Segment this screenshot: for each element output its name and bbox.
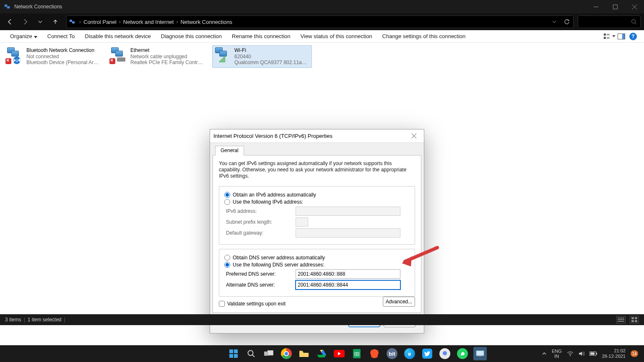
adapter-name: Bluetooth Network Connection [26, 47, 101, 54]
preview-pane-button[interactable] [615, 34, 627, 39]
taskbar-app-twitter[interactable] [421, 347, 434, 360]
svg-rect-15 [607, 38, 610, 39]
svg-rect-13 [604, 37, 606, 39]
svg-line-28 [252, 355, 254, 357]
taskbar-app-sheets[interactable] [350, 347, 364, 360]
command-item[interactable]: Disable this network device [80, 33, 156, 39]
taskbar-app-youtube[interactable] [332, 347, 346, 360]
chat-icon [439, 348, 450, 359]
svg-point-8 [632, 20, 636, 23]
history-dropdown-button[interactable] [34, 15, 47, 28]
whatsapp-icon [457, 348, 468, 359]
breadcrumb-item[interactable]: Network Connections [179, 19, 234, 25]
dialog-tabstrip: General [213, 145, 421, 155]
taskbar-app-brave[interactable] [368, 347, 381, 360]
subnet-prefix-input [296, 217, 308, 227]
tab-general[interactable]: General [215, 146, 244, 155]
start-button[interactable] [227, 347, 240, 360]
svg-rect-20 [618, 318, 624, 318]
refresh-button[interactable] [561, 19, 573, 25]
task-view-button[interactable] [262, 347, 275, 360]
battery-tray-icon[interactable] [589, 352, 597, 356]
adapter-status: Network cable unplugged [130, 54, 205, 60]
error-icon [5, 58, 11, 64]
window-titlebar: Network Connections [0, 0, 644, 13]
command-item[interactable]: Connect To [42, 33, 80, 39]
youtube-icon [334, 350, 345, 357]
view-details-button[interactable] [616, 316, 626, 323]
breadcrumb-item[interactable]: Control Panel [82, 19, 118, 25]
content-area: �ú� Bluetooth Network Connection Not con… [0, 43, 644, 318]
ipv6-properties-dialog: Internet Protocol Version 6 (TCP/IPv6) P… [210, 129, 424, 334]
taskbar-app-explorer[interactable] [297, 347, 311, 360]
address-dropdown-button[interactable] [548, 20, 561, 24]
command-item[interactable]: View status of this connection [296, 33, 377, 39]
radio-ip-auto[interactable]: Obtain an IPv6 address automatically [224, 192, 410, 198]
wifi-signal-icon [219, 56, 225, 62]
default-gateway-input [296, 228, 400, 238]
chrome-icon [281, 348, 292, 359]
help-button[interactable]: ? [627, 33, 639, 40]
svg-rect-25 [631, 320, 634, 322]
search-input[interactable] [578, 16, 641, 28]
close-button[interactable] [625, 0, 644, 13]
radio-ip-manual[interactable]: Use the following IPv6 address: [224, 199, 410, 205]
task-view-icon [264, 350, 273, 357]
notification-badge[interactable]: 14 [631, 350, 638, 357]
ip-address-group: Obtain an IPv6 address automatically Use… [219, 186, 415, 245]
adapter-item-wifi[interactable]: Wi-Fi 620440 Qualcomm QCA9377 802.11ac W… [212, 45, 312, 68]
command-item[interactable]: Rename this connection [227, 33, 295, 39]
search-icon [247, 349, 255, 358]
dialog-close-button[interactable] [407, 129, 421, 143]
twitter-icon [422, 349, 432, 359]
taskbar-app-control-panel[interactable] [473, 347, 487, 360]
adapter-status: Not connected [26, 54, 101, 60]
forward-button[interactable] [18, 15, 32, 28]
up-button[interactable] [49, 15, 62, 28]
taskbar-app-whatsapp[interactable] [456, 347, 469, 360]
taskbar-app-edge[interactable]: e [403, 347, 416, 360]
adapter-status: 620440 [234, 54, 309, 60]
wifi-tray-icon[interactable] [567, 351, 574, 356]
adapter-item-bluetooth[interactable]: �ú� Bluetooth Network Connection Not con… [4, 45, 104, 68]
advanced-button[interactable]: Advanced... [383, 297, 415, 307]
back-button[interactable] [3, 15, 17, 28]
volume-tray-icon[interactable] [579, 351, 584, 356]
preferred-dns-input[interactable] [296, 269, 400, 279]
svg-rect-43 [590, 352, 595, 355]
radio-dns-auto[interactable]: Obtain DNS server address automatically [224, 255, 410, 261]
view-large-button[interactable] [630, 316, 639, 323]
language-indicator[interactable]: ENGIN [552, 349, 562, 359]
drive-icon [317, 349, 326, 358]
adapter-desc: Realtek PCIe FE Family Controller [130, 59, 205, 66]
taskbar-app-bit[interactable]: bit [385, 347, 399, 360]
command-item[interactable]: Diagnose this connection [156, 33, 227, 39]
clock[interactable]: 21:0228-12-2021 [602, 348, 626, 359]
breadcrumb-item[interactable]: Network and Internet [122, 19, 176, 25]
svg-rect-7 [72, 21, 75, 23]
alternate-dns-input[interactable] [296, 280, 400, 290]
adapter-desc: Bluetooth Device (Personal Area ... [26, 59, 101, 66]
adapter-icon [111, 47, 128, 66]
maximize-button[interactable] [605, 0, 625, 13]
adapter-item-ethernet[interactable]: Ethernet Network cable unplugged Realtek… [108, 45, 208, 68]
radio-dns-manual[interactable]: Use the following DNS server addresses: [224, 262, 410, 268]
taskbar-app-messages[interactable] [438, 347, 452, 360]
chevron-down-icon [612, 35, 615, 37]
taskbar-app-chrome[interactable] [280, 347, 293, 360]
minimize-button[interactable] [586, 0, 605, 13]
view-options-button[interactable] [604, 34, 615, 39]
svg-rect-14 [607, 37, 610, 38]
organize-menu[interactable]: Organize [5, 33, 42, 39]
tray-overflow-button[interactable] [542, 351, 547, 356]
svg-rect-11 [607, 34, 610, 34]
address-bar[interactable]: › Control Panel › Network and Internet ›… [66, 16, 574, 28]
taskbar-app-drive[interactable] [315, 347, 328, 360]
svg-point-37 [443, 351, 447, 355]
svg-rect-6 [70, 20, 72, 22]
command-item[interactable]: Change settings of this connection [377, 33, 471, 39]
svg-rect-30 [267, 350, 273, 355]
chevron-down-icon [34, 36, 37, 38]
taskbar-search-button[interactable] [244, 347, 258, 360]
location-icon [67, 18, 78, 25]
